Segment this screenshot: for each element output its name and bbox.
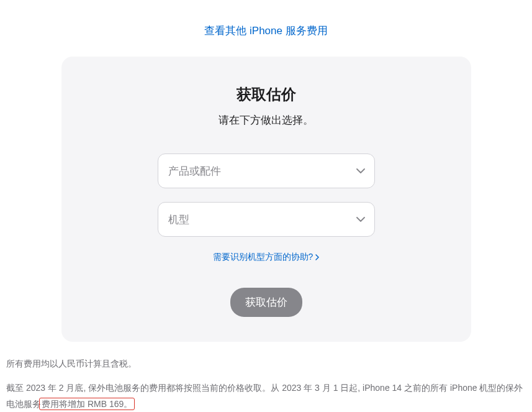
other-services-link[interactable]: 查看其他 iPhone 服务费用 <box>204 25 327 37</box>
footer-notes: 所有费用均以人民币计算且含税。 截至 2023 年 2 月底, 保外电池服务的费… <box>0 342 532 412</box>
model-select-placeholder: 机型 <box>168 213 189 227</box>
product-select-wrapper: 产品或配件 <box>158 153 375 188</box>
estimate-card: 获取估价 请在下方做出选择。 产品或配件 机型 需要识别机型方面的协助? 获取估… <box>61 57 471 342</box>
product-select[interactable]: 产品或配件 <box>158 153 375 188</box>
price-increase-highlight: 费用将增加 RMB 169。 <box>39 398 135 410</box>
model-select[interactable]: 机型 <box>158 202 375 237</box>
card-subtitle: 请在下方做出选择。 <box>86 113 446 127</box>
footer-para-2: 截至 2023 年 2 月底, 保外电池服务的费用都将按照当前的价格收取。从 2… <box>6 380 526 412</box>
help-link-text: 需要识别机型方面的协助? <box>213 252 313 263</box>
footer-para-1: 所有费用均以人民币计算且含税。 <box>6 355 526 372</box>
model-select-wrapper: 机型 <box>158 202 375 237</box>
top-link-container: 查看其他 iPhone 服务费用 <box>0 0 532 57</box>
get-estimate-button[interactable]: 获取估价 <box>230 288 302 317</box>
product-select-placeholder: 产品或配件 <box>168 164 221 178</box>
identify-model-help-link[interactable]: 需要识别机型方面的协助? <box>213 252 320 263</box>
card-title: 获取估价 <box>86 85 446 104</box>
chevron-right-icon <box>315 254 319 260</box>
